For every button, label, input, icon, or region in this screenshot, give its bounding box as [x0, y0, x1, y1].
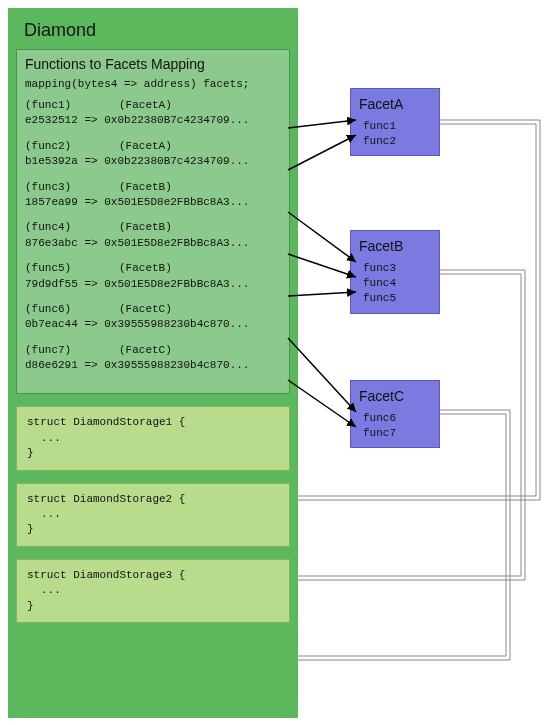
storage-struct: struct DiamondStorage2 { ... }	[16, 483, 290, 547]
mapping-entry: (func6) (FacetC) 0b7eac44 => 0x395559882…	[25, 302, 281, 333]
entry-selector: b1e5392a	[25, 155, 78, 167]
storage-body: ...	[27, 431, 279, 446]
mapping-entry: (func7) (FacetC) d86e6291 => 0x395559882…	[25, 343, 281, 374]
facet-func: func1	[359, 119, 431, 134]
arrow-icon: =>	[84, 155, 97, 167]
entry-facet-label: (FacetB)	[119, 180, 172, 195]
storage-decl: struct DiamondStorage3 {	[27, 568, 279, 583]
entry-address: 0x501E5D8e2FBbBc8A3...	[104, 237, 249, 249]
svg-line-5	[288, 338, 356, 412]
storage-decl: struct DiamondStorage2 {	[27, 492, 279, 507]
mapping-entry: (func2) (FacetA) b1e5392a => 0x0b22380B7…	[25, 139, 281, 170]
entry-facet-label: (FacetA)	[119, 139, 172, 154]
entry-facet-label: (FacetA)	[119, 98, 172, 113]
facet-title: FacetB	[359, 237, 431, 257]
arrow-icon: =>	[84, 359, 97, 371]
entry-address: 0x501E5D8e2FBbBc8A3...	[104, 278, 249, 290]
entry-selector: d86e6291	[25, 359, 78, 371]
diamond-container: Diamond Functions to Facets Mapping mapp…	[8, 8, 298, 718]
mapping-box: Functions to Facets Mapping mapping(byte…	[16, 49, 290, 394]
entry-func-label: (func6)	[25, 302, 95, 317]
entry-facet-label: (FacetB)	[119, 261, 172, 276]
facet-func: func6	[359, 411, 431, 426]
storage-struct: struct DiamondStorage3 { ... }	[16, 559, 290, 623]
storage-body: ...	[27, 507, 279, 522]
mapping-entry: (func5) (FacetB) 79d9df55 => 0x501E5D8e2…	[25, 261, 281, 292]
facet-b: FacetB func3 func4 func5	[350, 230, 440, 314]
facet-title: FacetC	[359, 387, 431, 407]
entry-selector: 0b7eac44	[25, 318, 78, 330]
facet-a: FacetA func1 func2	[350, 88, 440, 156]
arrow-icon: =>	[84, 196, 97, 208]
entry-facet-label: (FacetB)	[119, 220, 172, 235]
mapping-entry: (func1) (FacetA) e2532512 => 0x0b22380B7…	[25, 98, 281, 129]
entry-selector: 1857ea99	[25, 196, 78, 208]
entry-func-label: (func1)	[25, 98, 95, 113]
storage-close: }	[27, 522, 279, 537]
facet-title: FacetA	[359, 95, 431, 115]
mapping-entry: (func3) (FacetB) 1857ea99 => 0x501E5D8e2…	[25, 180, 281, 211]
entry-func-label: (func3)	[25, 180, 95, 195]
mapping-entry: (func4) (FacetB) 876e3abc => 0x501E5D8e2…	[25, 220, 281, 251]
entry-address: 0x0b22380B7c4234709...	[104, 114, 249, 126]
svg-line-4	[288, 292, 356, 296]
facet-func: func4	[359, 276, 431, 291]
entry-facet-label: (FacetC)	[119, 343, 172, 358]
entry-facet-label: (FacetC)	[119, 302, 172, 317]
entry-selector: 79d9df55	[25, 278, 78, 290]
arrow-icon: =>	[84, 114, 97, 126]
entry-address: 0x501E5D8e2FBbBc8A3...	[104, 196, 249, 208]
entry-selector: e2532512	[25, 114, 78, 126]
entry-func-label: (func5)	[25, 261, 95, 276]
storage-close: }	[27, 599, 279, 614]
arrow-icon: =>	[84, 278, 97, 290]
svg-line-6	[288, 380, 356, 427]
svg-line-2	[288, 212, 356, 262]
storage-decl: struct DiamondStorage1 {	[27, 415, 279, 430]
storage-close: }	[27, 446, 279, 461]
entry-address: 0x0b22380B7c4234709...	[104, 155, 249, 167]
svg-line-1	[288, 135, 356, 170]
facet-func: func7	[359, 426, 431, 441]
facet-c: FacetC func6 func7	[350, 380, 440, 448]
mapping-declaration: mapping(bytes4 => address) facets;	[25, 78, 281, 90]
facet-func: func5	[359, 291, 431, 306]
facet-func: func3	[359, 261, 431, 276]
entry-selector: 876e3abc	[25, 237, 78, 249]
entry-func-label: (func4)	[25, 220, 95, 235]
diamond-title: Diamond	[16, 16, 290, 49]
svg-line-0	[288, 120, 356, 128]
arrow-icon: =>	[84, 318, 97, 330]
mapping-title: Functions to Facets Mapping	[25, 56, 281, 72]
entry-address: 0x39555988230b4c870...	[104, 318, 249, 330]
storage-struct: struct DiamondStorage1 { ... }	[16, 406, 290, 470]
facet-func: func2	[359, 134, 431, 149]
entry-address: 0x39555988230b4c870...	[104, 359, 249, 371]
arrow-icon: =>	[84, 237, 97, 249]
entry-func-label: (func7)	[25, 343, 95, 358]
entry-func-label: (func2)	[25, 139, 95, 154]
svg-line-3	[288, 254, 356, 277]
storage-body: ...	[27, 583, 279, 598]
